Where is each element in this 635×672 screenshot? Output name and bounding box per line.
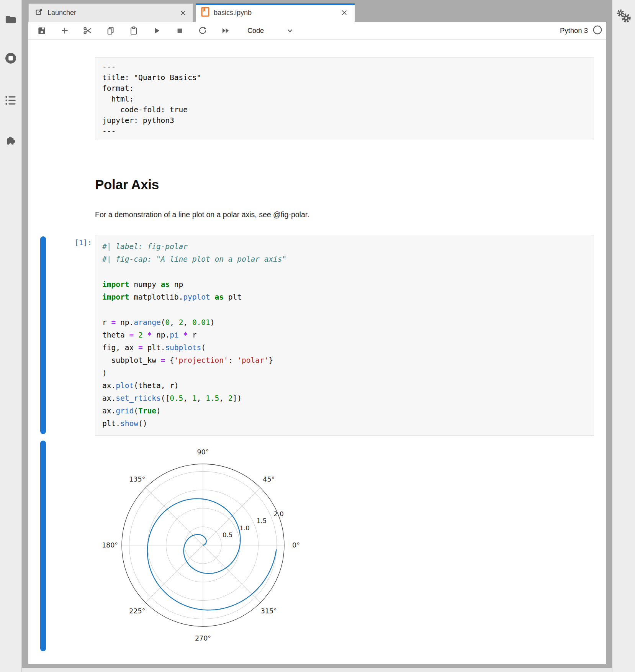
- svg-text:270°: 270°: [195, 634, 211, 642]
- svg-text:45°: 45°: [263, 475, 275, 483]
- svg-text:2.0: 2.0: [273, 510, 283, 518]
- tab-launcher-label: Launcher: [47, 9, 179, 17]
- insert-cell-button[interactable]: [60, 26, 70, 36]
- sidebar-item-table-of-contents[interactable]: [4, 94, 17, 107]
- copy-cells-button[interactable]: [106, 26, 116, 36]
- kernel-name-label: Python 3: [560, 26, 588, 35]
- sidebar-item-extensions[interactable]: [4, 134, 17, 147]
- stop-circle-icon: [5, 52, 17, 64]
- polar-plot-output: 0°45°90°135°180°225°270°315°0.51.01.52.0: [95, 441, 313, 644]
- cell-type-dropdown[interactable]: Code: [247, 27, 264, 35]
- code-cell-line: import numpy as np: [102, 278, 587, 291]
- folder-icon: [5, 14, 17, 25]
- svg-text:315°: 315°: [261, 607, 277, 615]
- notebook-toolbar: Code Python 3: [28, 22, 606, 40]
- sidebar-item-running-kernels[interactable]: [4, 52, 17, 65]
- gears-icon: [615, 8, 632, 25]
- output-collapser[interactable]: [40, 441, 46, 651]
- kernel-status-icon: [592, 25, 602, 36]
- svg-text:1.0: 1.0: [239, 524, 249, 532]
- tab-launcher-close-icon[interactable]: [179, 9, 187, 17]
- svg-text:0°: 0°: [292, 541, 300, 549]
- code-cell-collapser[interactable]: [40, 236, 46, 434]
- launcher-icon: [35, 8, 43, 18]
- markdown-heading: Polar Axis: [95, 177, 159, 192]
- svg-text:225°: 225°: [129, 607, 145, 615]
- right-activity-bar: [612, 0, 635, 672]
- code-cell-line: r = np.arange(0, 2, 0.01): [102, 316, 587, 329]
- svg-text:1.5: 1.5: [257, 517, 267, 524]
- cut-cells-button[interactable]: [83, 26, 93, 36]
- raw-cell-line: format:: [102, 83, 587, 94]
- svg-text:90°: 90°: [197, 448, 209, 456]
- sidebar-item-file-browser[interactable]: [4, 13, 17, 26]
- code-cell-editor[interactable]: #| label: fig-polar#| fig-cap: "A line p…: [95, 235, 594, 436]
- raw-cell-line: ---: [102, 126, 587, 137]
- left-activity-bar: [0, 0, 22, 672]
- code-cell-line: ax.set_rticks([0.5, 1, 1.5, 2]): [102, 392, 587, 405]
- property-inspector-tab[interactable]: [615, 8, 632, 25]
- raw-cell-line: code-fold: true: [102, 105, 587, 115]
- run-cell-button[interactable]: [152, 26, 162, 36]
- raw-cell-line: title: "Quarto Basics": [102, 72, 587, 83]
- code-cell-line: ax.plot(theta, r): [102, 379, 587, 392]
- tab-notebook-label: basics.ipynb: [214, 9, 340, 17]
- code-cell-line: import matplotlib.pyplot as plt: [102, 291, 587, 303]
- svg-text:0.5: 0.5: [223, 531, 232, 539]
- list-icon: [5, 95, 17, 106]
- polar-chart: 0°45°90°135°180°225°270°315°0.51.01.52.0: [95, 441, 313, 644]
- svg-text:135°: 135°: [129, 475, 145, 483]
- puzzle-icon: [5, 134, 17, 146]
- code-cell-line: subplot_kw = {'projection': 'polar'}: [102, 354, 587, 367]
- code-cell-line: #| label: fig-polar: [102, 240, 587, 253]
- execution-count-prompt: [1]:: [38, 238, 92, 247]
- chevron-down-icon[interactable]: [285, 26, 295, 35]
- code-cell-line: ): [102, 367, 587, 379]
- restart-kernel-button[interactable]: [198, 26, 208, 36]
- code-cell-line: fig, ax = plt.subplots(: [102, 341, 587, 354]
- tab-notebook-close-icon[interactable]: [340, 8, 349, 17]
- raw-cell-line: html:: [102, 94, 587, 105]
- raw-cell-editor[interactable]: ---title: "Quarto Basics"format: html: c…: [95, 57, 594, 140]
- jupyterlab-screen: { "sidebar": { "items": [ {"icon": "file…: [0, 0, 635, 672]
- interrupt-kernel-button[interactable]: [175, 26, 185, 36]
- code-cell-line: theta = 2 * np.pi * r: [102, 329, 587, 341]
- raw-cell-line: ---: [102, 62, 587, 72]
- kernel-switcher[interactable]: Python 3: [560, 25, 602, 36]
- restart-run-all-button[interactable]: [221, 26, 231, 36]
- save-button[interactable]: [37, 26, 47, 36]
- code-cell-line: #| fig-cap: "A line plot on a polar axis…: [102, 253, 587, 266]
- paste-cells-button[interactable]: [129, 26, 139, 36]
- markdown-paragraph: For a demonstration of a line plot on a …: [95, 210, 309, 219]
- notebook-file-icon: [201, 7, 209, 19]
- raw-cell-line: jupyter: python3: [102, 115, 587, 126]
- code-cell-line: [102, 303, 587, 316]
- code-cell-line: ax.grid(True): [102, 405, 587, 417]
- tab-launcher[interactable]: Launcher: [28, 3, 193, 22]
- code-cell-line: [102, 266, 587, 278]
- code-cell-line: plt.show(): [102, 417, 587, 430]
- svg-text:180°: 180°: [102, 541, 118, 549]
- tab-notebook[interactable]: basics.ipynb: [196, 3, 355, 22]
